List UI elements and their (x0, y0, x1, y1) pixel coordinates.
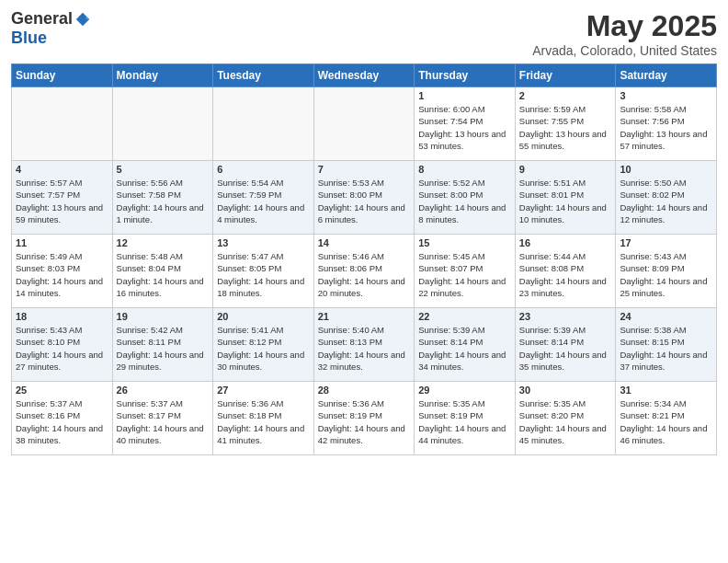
day-number: 21 (318, 311, 411, 322)
calendar-day-cell: 28Sunrise: 5:36 AMSunset: 8:19 PMDayligh… (313, 382, 415, 455)
day-number: 15 (418, 237, 511, 248)
calendar-day-cell: 1Sunrise: 6:00 AMSunset: 7:54 PMDaylight… (415, 87, 516, 161)
day-info: Sunrise: 5:56 AMSunset: 7:58 PMDaylight:… (117, 177, 210, 225)
calendar-day-cell: 20Sunrise: 5:41 AMSunset: 8:12 PMDayligh… (213, 308, 314, 382)
page: General Blue May 2025 Arvada, Colorado, … (0, 0, 728, 563)
calendar-day-cell: 3Sunrise: 5:58 AMSunset: 7:56 PMDaylight… (616, 87, 717, 161)
logo: General Blue (11, 9, 91, 48)
calendar-day-cell: 22Sunrise: 5:39 AMSunset: 8:14 PMDayligh… (415, 308, 516, 382)
day-number: 27 (217, 385, 310, 396)
day-number: 20 (217, 311, 310, 322)
day-number: 9 (519, 164, 612, 175)
calendar-day-cell: 24Sunrise: 5:38 AMSunset: 8:15 PMDayligh… (616, 308, 717, 382)
calendar-week-row: 18Sunrise: 5:43 AMSunset: 8:10 PMDayligh… (12, 308, 717, 382)
calendar-day-cell: 7Sunrise: 5:53 AMSunset: 8:00 PMDaylight… (313, 161, 415, 235)
day-info: Sunrise: 5:37 AMSunset: 8:17 PMDaylight:… (117, 397, 210, 446)
day-info: Sunrise: 5:37 AMSunset: 8:16 PMDaylight:… (16, 397, 108, 446)
calendar-day-cell: 13Sunrise: 5:47 AMSunset: 8:05 PMDayligh… (213, 235, 314, 308)
day-info: Sunrise: 5:51 AMSunset: 8:01 PMDaylight:… (519, 177, 612, 225)
day-number: 30 (519, 385, 612, 396)
col-wednesday: Wednesday (313, 64, 415, 87)
day-number: 10 (620, 164, 712, 175)
day-info: Sunrise: 5:38 AMSunset: 8:15 PMDaylight:… (620, 324, 712, 373)
calendar-week-row: 1Sunrise: 6:00 AMSunset: 7:54 PMDaylight… (12, 87, 717, 161)
day-number: 3 (620, 90, 712, 101)
day-number: 2 (519, 90, 612, 101)
day-number: 23 (519, 311, 612, 322)
calendar-day-cell: 6Sunrise: 5:54 AMSunset: 7:59 PMDaylight… (213, 161, 314, 235)
day-info: Sunrise: 5:36 AMSunset: 8:18 PMDaylight:… (217, 397, 310, 446)
calendar-day-cell (112, 87, 213, 161)
day-number: 6 (217, 164, 310, 175)
calendar-week-row: 25Sunrise: 5:37 AMSunset: 8:16 PMDayligh… (12, 382, 717, 455)
col-sunday: Sunday (12, 64, 113, 87)
calendar-day-cell: 21Sunrise: 5:40 AMSunset: 8:13 PMDayligh… (313, 308, 415, 382)
day-number: 1 (418, 90, 511, 101)
logo-blue-text: Blue (11, 29, 47, 48)
calendar-day-cell: 16Sunrise: 5:44 AMSunset: 8:08 PMDayligh… (515, 235, 616, 308)
calendar-day-cell: 14Sunrise: 5:46 AMSunset: 8:06 PMDayligh… (313, 235, 415, 308)
day-number: 14 (318, 237, 411, 248)
calendar-day-cell: 27Sunrise: 5:36 AMSunset: 8:18 PMDayligh… (213, 382, 314, 455)
day-number: 29 (418, 385, 511, 396)
calendar-day-cell: 11Sunrise: 5:49 AMSunset: 8:03 PMDayligh… (12, 235, 113, 308)
day-info: Sunrise: 5:49 AMSunset: 8:03 PMDaylight:… (16, 250, 108, 299)
day-number: 24 (620, 311, 712, 322)
day-info: Sunrise: 5:58 AMSunset: 7:56 PMDaylight:… (620, 103, 712, 152)
calendar-day-cell: 12Sunrise: 5:48 AMSunset: 8:04 PMDayligh… (112, 235, 213, 308)
logo-general-text: General (11, 9, 73, 29)
calendar-week-row: 4Sunrise: 5:57 AMSunset: 7:57 PMDaylight… (12, 161, 717, 235)
day-number: 19 (117, 311, 210, 322)
day-info: Sunrise: 5:41 AMSunset: 8:12 PMDaylight:… (217, 324, 310, 373)
day-info: Sunrise: 5:35 AMSunset: 8:20 PMDaylight:… (519, 397, 612, 446)
day-number: 26 (117, 385, 210, 396)
calendar-day-cell: 10Sunrise: 5:50 AMSunset: 8:02 PMDayligh… (616, 161, 717, 235)
day-number: 13 (217, 237, 310, 248)
calendar-day-cell: 29Sunrise: 5:35 AMSunset: 8:19 PMDayligh… (415, 382, 516, 455)
calendar-header-row: Sunday Monday Tuesday Wednesday Thursday… (12, 64, 717, 87)
day-number: 11 (16, 237, 108, 248)
logo-icon (74, 11, 91, 28)
calendar-day-cell (313, 87, 415, 161)
day-number: 5 (117, 164, 210, 175)
calendar-day-cell: 17Sunrise: 5:43 AMSunset: 8:09 PMDayligh… (616, 235, 717, 308)
calendar-day-cell: 15Sunrise: 5:45 AMSunset: 8:07 PMDayligh… (415, 235, 516, 308)
day-number: 28 (318, 385, 411, 396)
calendar-day-cell: 4Sunrise: 5:57 AMSunset: 7:57 PMDaylight… (12, 161, 113, 235)
calendar-day-cell: 25Sunrise: 5:37 AMSunset: 8:16 PMDayligh… (12, 382, 113, 455)
calendar-day-cell: 2Sunrise: 5:59 AMSunset: 7:55 PMDaylight… (515, 87, 616, 161)
header: General Blue May 2025 Arvada, Colorado, … (11, 9, 717, 58)
col-saturday: Saturday (616, 64, 717, 87)
day-info: Sunrise: 5:43 AMSunset: 8:10 PMDaylight:… (16, 324, 108, 373)
day-info: Sunrise: 5:40 AMSunset: 8:13 PMDaylight:… (318, 324, 411, 373)
day-info: Sunrise: 5:39 AMSunset: 8:14 PMDaylight:… (418, 324, 511, 373)
day-number: 8 (418, 164, 511, 175)
day-info: Sunrise: 5:54 AMSunset: 7:59 PMDaylight:… (217, 177, 310, 225)
day-number: 16 (519, 237, 612, 248)
day-number: 12 (117, 237, 210, 248)
day-info: Sunrise: 5:48 AMSunset: 8:04 PMDaylight:… (117, 250, 210, 299)
day-info: Sunrise: 5:46 AMSunset: 8:06 PMDaylight:… (318, 250, 411, 299)
day-info: Sunrise: 5:53 AMSunset: 8:00 PMDaylight:… (318, 177, 411, 225)
day-info: Sunrise: 5:34 AMSunset: 8:21 PMDaylight:… (620, 397, 712, 446)
day-number: 17 (620, 237, 712, 248)
day-info: Sunrise: 5:57 AMSunset: 7:57 PMDaylight:… (16, 177, 108, 225)
day-info: Sunrise: 5:35 AMSunset: 8:19 PMDaylight:… (418, 397, 511, 446)
col-monday: Monday (112, 64, 213, 87)
calendar-day-cell: 19Sunrise: 5:42 AMSunset: 8:11 PMDayligh… (112, 308, 213, 382)
calendar-day-cell: 30Sunrise: 5:35 AMSunset: 8:20 PMDayligh… (515, 382, 616, 455)
day-info: Sunrise: 5:36 AMSunset: 8:19 PMDaylight:… (318, 397, 411, 446)
main-title: May 2025 (532, 9, 717, 43)
calendar-day-cell: 31Sunrise: 5:34 AMSunset: 8:21 PMDayligh… (616, 382, 717, 455)
day-info: Sunrise: 5:44 AMSunset: 8:08 PMDaylight:… (519, 250, 612, 299)
day-number: 4 (16, 164, 108, 175)
day-info: Sunrise: 5:47 AMSunset: 8:05 PMDaylight:… (217, 250, 310, 299)
title-block: May 2025 Arvada, Colorado, United States (532, 9, 717, 58)
calendar-day-cell (12, 87, 113, 161)
calendar-day-cell: 26Sunrise: 5:37 AMSunset: 8:17 PMDayligh… (112, 382, 213, 455)
day-info: Sunrise: 5:43 AMSunset: 8:09 PMDaylight:… (620, 250, 712, 299)
col-friday: Friday (515, 64, 616, 87)
day-info: Sunrise: 5:52 AMSunset: 8:00 PMDaylight:… (418, 177, 511, 225)
calendar-day-cell: 8Sunrise: 5:52 AMSunset: 8:00 PMDaylight… (415, 161, 516, 235)
calendar-day-cell (213, 87, 314, 161)
